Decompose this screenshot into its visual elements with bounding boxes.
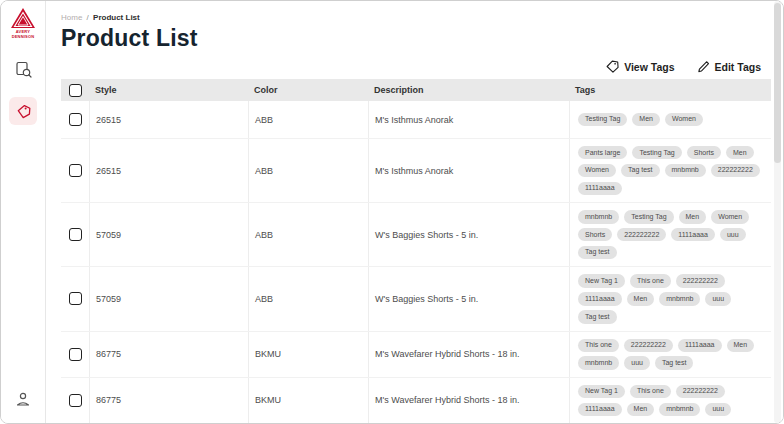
tag-pill: New Tag 1 <box>578 274 625 287</box>
tag-pill: Tag test <box>621 164 660 177</box>
tag-pill: Women <box>665 113 703 126</box>
breadcrumb-home-link[interactable]: Home <box>61 13 82 22</box>
tag-pill: This one <box>578 339 619 352</box>
tag-pill: 1111aaaa <box>578 403 622 416</box>
tag-pill: 1111aaaa <box>578 292 622 305</box>
tag-pill: Men <box>627 292 655 305</box>
tag-pill: Men <box>726 146 754 159</box>
view-tags-button[interactable]: View Tags <box>606 60 674 73</box>
style-cell: 26515 <box>89 101 248 138</box>
tag-pill: mnbmnb <box>659 403 700 416</box>
description-cell: M's Wavefarer Hybrid Shorts - 18 in. <box>368 332 569 377</box>
style-cell: 57059 <box>89 267 248 330</box>
color-cell: ABB <box>248 203 368 266</box>
pencil-icon <box>697 60 710 73</box>
scrollbar-track[interactable] <box>774 1 781 423</box>
logo-text: AVERY DENNISON <box>12 30 35 39</box>
color-cell: BKMU <box>248 332 368 377</box>
column-header-description: Description <box>368 79 569 101</box>
color-cell: ABB <box>248 139 368 202</box>
row-checkbox[interactable] <box>69 228 82 241</box>
app-window: AVERY DENNISON <box>0 0 784 424</box>
style-cell: 86775 <box>89 378 248 423</box>
content: Home / Product List Product List View Ta… <box>46 1 783 423</box>
table-row: 57059ABBW's Baggies Shorts - 5 in.mnbmnb… <box>61 203 771 267</box>
description-cell: W's Baggies Shorts - 5 in. <box>368 203 569 266</box>
table-row: 86775BKMUM's Wavefarer Hybrid Shorts - 1… <box>61 332 771 378</box>
edit-tags-label: Edit Tags <box>715 61 761 73</box>
main-area: Home / Product List Product List View Ta… <box>46 1 783 423</box>
select-all-checkbox[interactable] <box>69 84 82 97</box>
tags-group: Testing TagMenWomen <box>578 113 763 126</box>
color-cell: ABB <box>248 101 368 138</box>
column-header-color: Color <box>248 79 368 101</box>
product-table: Style Color Description Tags 26515ABBM's… <box>61 79 771 423</box>
tag-pill: This one <box>630 385 671 398</box>
tags-cell: mnbmnbTesting TagMenWomenShorts222222222… <box>569 203 771 266</box>
table-body: 26515ABBM's Isthmus AnorakTesting TagMen… <box>61 101 771 423</box>
tag-pill: Tag test <box>578 310 617 323</box>
sidebar-item-product-search[interactable] <box>9 55 37 83</box>
tags-cell: Testing TagMenWomen <box>569 101 771 138</box>
tag-pill: 1111aaaa <box>671 228 715 241</box>
sidebar-item-profile[interactable] <box>9 385 37 413</box>
tags-group: This one2222222221111aaaaMenmnbmnbuuuTag… <box>578 339 763 370</box>
tag-pill: mnbmnb <box>659 292 700 305</box>
row-checkbox-cell <box>61 101 89 138</box>
tag-pill: Men <box>627 403 655 416</box>
tag-pill: mnbmnb <box>578 210 619 223</box>
table-row: 86775BKMUM's Wavefarer Hybrid Shorts - 1… <box>61 378 771 423</box>
tag-pill: 222222222 <box>711 164 760 177</box>
tag-pill: 222222222 <box>624 339 673 352</box>
tag-pill: Testing Tag <box>632 146 681 159</box>
document-search-icon <box>15 61 32 78</box>
tag-pill: New Tag 1 <box>578 385 625 398</box>
tag-pill: uuu <box>705 292 731 305</box>
tag-pill: 222222222 <box>617 228 666 241</box>
tags-group: New Tag 1This one2222222221111aaaaMenmnb… <box>578 274 763 323</box>
breadcrumb: Home / Product List <box>61 13 761 22</box>
table-row: 26515ABBM's Isthmus AnorakPants largeTes… <box>61 139 771 203</box>
row-checkbox[interactable] <box>69 164 82 177</box>
tags-group: Pants largeTesting TagShortsMenWomenTag … <box>578 146 763 195</box>
breadcrumb-separator: / <box>87 13 89 22</box>
tag-pill: 1111aaaa <box>678 339 722 352</box>
tag-pill: Tag test <box>578 246 617 259</box>
color-cell: ABB <box>248 267 368 330</box>
description-cell: M's Isthmus Anorak <box>368 101 569 138</box>
table-row: 26515ABBM's Isthmus AnorakTesting TagMen… <box>61 101 771 139</box>
row-checkbox[interactable] <box>69 292 82 305</box>
tags-cell: New Tag 1This one2222222221111aaaaMenmnb… <box>569 378 771 423</box>
tag-pill: Men <box>679 210 707 223</box>
toolbar: View Tags Edit Tags <box>61 60 761 73</box>
sidebar-item-tags[interactable] <box>9 97 37 125</box>
row-checkbox-cell <box>61 332 89 377</box>
row-checkbox[interactable] <box>69 394 82 407</box>
avery-dennison-logo: AVERY DENNISON <box>8 7 38 39</box>
tag-pill: Women <box>711 210 749 223</box>
tag-pill: Women <box>578 164 616 177</box>
description-cell: W's Baggies Shorts - 5 in. <box>368 267 569 330</box>
style-cell: 26515 <box>89 139 248 202</box>
tag-pill: Shorts <box>687 146 721 159</box>
tag-pill: Men <box>632 113 660 126</box>
scrollbar-thumb[interactable] <box>774 3 781 163</box>
tag-pill: mnbmnb <box>578 356 619 369</box>
tag-icon <box>16 104 31 119</box>
tags-cell: This one2222222221111aaaaMenmnbmnbuuuTag… <box>569 332 771 377</box>
description-cell: M's Isthmus Anorak <box>368 139 569 202</box>
tag-pill: Tag test <box>655 356 694 369</box>
edit-tags-button[interactable]: Edit Tags <box>697 60 761 73</box>
color-cell: BKMU <box>248 378 368 423</box>
row-checkbox[interactable] <box>69 348 82 361</box>
row-checkbox[interactable] <box>69 113 82 126</box>
table-header-row: Style Color Description Tags <box>61 79 771 101</box>
tag-pill: Pants large <box>578 146 627 159</box>
tag-pill: Shorts <box>578 228 612 241</box>
row-checkbox-cell <box>61 203 89 266</box>
tags-cell: Pants largeTesting TagShortsMenWomenTag … <box>569 139 771 202</box>
tags-cell: New Tag 1This one2222222221111aaaaMenmnb… <box>569 267 771 330</box>
breadcrumb-current: Product List <box>93 13 140 22</box>
description-cell: M's Wavefarer Hybrid Shorts - 18 in. <box>368 378 569 423</box>
tag-pill: uuu <box>720 228 746 241</box>
